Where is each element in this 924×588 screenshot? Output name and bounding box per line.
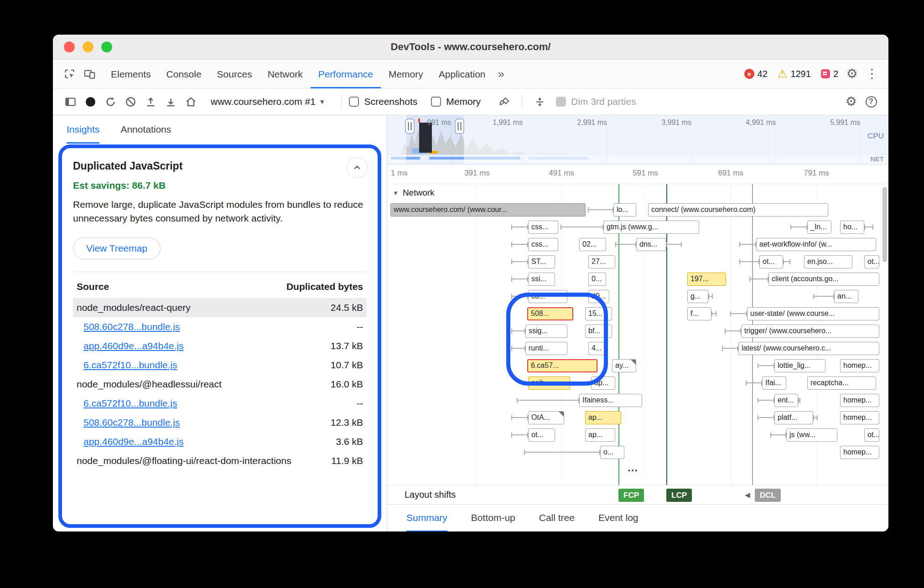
network-request-bar[interactable]: ap... bbox=[585, 411, 621, 424]
insight-table-row[interactable]: app.460d9e...a94b4e.js13.7 kB bbox=[73, 336, 367, 356]
network-request-bar[interactable]: 508... bbox=[527, 307, 573, 320]
network-request-bar[interactable]: ap... bbox=[591, 377, 615, 390]
dcl-marker-badge[interactable]: DCL bbox=[755, 489, 781, 502]
bottom-tab-summary[interactable]: Summary bbox=[406, 505, 447, 532]
timeline-overview[interactable]: 991 ms1,991 ms2,991 ms3,991 ms4,991 ms5,… bbox=[387, 115, 888, 165]
network-request-bar[interactable]: ot... bbox=[759, 255, 783, 268]
memory-checkbox[interactable]: Memory bbox=[431, 96, 481, 107]
network-request-bar[interactable]: ST... bbox=[528, 255, 555, 268]
bundle-link[interactable]: 508.60c278...bundle.js bbox=[83, 417, 180, 428]
help-icon[interactable]: ? bbox=[861, 92, 881, 112]
bottom-tab-event-log[interactable]: Event log bbox=[598, 505, 638, 532]
profile-selector[interactable]: www.coursehero.com #1 ▾ bbox=[211, 96, 324, 107]
network-request-bar[interactable]: en.jso... bbox=[804, 255, 852, 268]
network-request-bar[interactable]: css... bbox=[528, 221, 558, 234]
network-request-bar[interactable]: Ifai... bbox=[762, 377, 786, 390]
lcp-marker-badge[interactable]: LCP bbox=[666, 489, 692, 502]
warning-count-badge[interactable]: ⚠ 1291 bbox=[778, 68, 811, 79]
perf-settings-gear-icon[interactable]: ⚙ bbox=[841, 92, 861, 112]
bundle-link[interactable]: 6.ca572f10...bundle.js bbox=[83, 398, 177, 409]
network-request-bar[interactable]: ssib... bbox=[528, 377, 570, 390]
network-request-bar[interactable]: platf... bbox=[774, 411, 813, 424]
network-request-bar[interactable]: css... bbox=[528, 238, 558, 251]
toggle-sidebar-icon[interactable] bbox=[60, 92, 80, 112]
network-request-bar[interactable]: ay... bbox=[612, 359, 636, 372]
network-request-bar[interactable]: lottie_lig... bbox=[774, 359, 825, 372]
download-profile-icon[interactable] bbox=[161, 92, 181, 112]
clear-recording-icon[interactable] bbox=[120, 92, 140, 112]
dim-3rd-parties-checkbox-box[interactable] bbox=[556, 97, 566, 107]
network-request-bar[interactable]: ssig... bbox=[525, 325, 567, 338]
network-section-toggle[interactable]: ▼ Network bbox=[387, 184, 435, 201]
dim-3rd-parties-checkbox[interactable]: Dim 3rd parties bbox=[556, 96, 636, 107]
network-request-bar[interactable]: homep... bbox=[840, 359, 879, 372]
network-request-bar[interactable]: f... bbox=[687, 307, 711, 320]
record-button[interactable] bbox=[80, 92, 100, 112]
upload-profile-icon[interactable] bbox=[140, 92, 161, 112]
collapse-arrows-icon[interactable] bbox=[529, 92, 550, 112]
network-request-bar[interactable]: 4... bbox=[588, 342, 606, 355]
network-request-bar[interactable]: ot... bbox=[864, 428, 879, 442]
network-request-bar[interactable]: connect/ (www.coursehero.com) bbox=[648, 203, 828, 217]
tab-network[interactable]: Network bbox=[260, 60, 311, 88]
network-request-bar[interactable]: aet-workflow-info/ (w... bbox=[756, 238, 876, 251]
bundle-link[interactable]: 508.60c278...bundle.js bbox=[83, 321, 180, 332]
bottom-tab-call-tree[interactable]: Call tree bbox=[539, 505, 575, 532]
issues-count-badge[interactable]: 2 bbox=[821, 69, 838, 79]
network-request-bar[interactable]: www.coursehero.com/ (www.cour... bbox=[390, 203, 586, 217]
insight-table-row[interactable]: 508.60c278...bundle.js-- bbox=[73, 317, 367, 336]
network-request-bar[interactable]: lo... bbox=[613, 203, 636, 217]
network-request-bar[interactable]: ot... bbox=[528, 428, 555, 442]
tab-memory[interactable]: Memory bbox=[381, 60, 431, 88]
fcp-marker-badge[interactable]: FCP bbox=[618, 489, 644, 502]
home-icon[interactable] bbox=[181, 92, 201, 112]
network-request-bar[interactable]: an... bbox=[834, 290, 858, 303]
more-tabs-icon[interactable]: » bbox=[493, 67, 509, 81]
network-request-bar[interactable]: ap... bbox=[585, 428, 615, 442]
network-request-bar[interactable]: homep... bbox=[840, 446, 879, 459]
insight-table-row[interactable]: node_modules/@floating-ui/react-dom-inte… bbox=[73, 451, 367, 470]
network-request-bar[interactable]: 0... bbox=[588, 273, 606, 286]
tab-application[interactable]: Application bbox=[431, 60, 493, 88]
bundle-link[interactable]: app.460d9e...a94b4e.js bbox=[83, 436, 184, 447]
bundle-link[interactable]: app.460d9e...a94b4e.js bbox=[83, 340, 184, 351]
network-request-bar[interactable]: trigger/ (www.coursehero... bbox=[741, 325, 879, 338]
network-request-bar[interactable]: ssi... bbox=[528, 273, 555, 286]
tab-console[interactable]: Console bbox=[159, 60, 209, 88]
network-request-bar[interactable]: homep... bbox=[840, 411, 879, 424]
network-request-bar[interactable]: runti... bbox=[525, 342, 567, 355]
zoom-window-button[interactable] bbox=[101, 41, 112, 52]
network-request-bar[interactable]: 15... bbox=[585, 307, 612, 320]
settings-gear-icon[interactable]: ⚙ bbox=[842, 64, 862, 84]
network-request-bar[interactable]: 02... bbox=[579, 238, 606, 251]
insight-table-row[interactable]: app.460d9e...a94b4e.js3.6 kB bbox=[73, 432, 367, 451]
collect-garbage-brush-icon[interactable] bbox=[494, 92, 514, 112]
insight-table-row[interactable]: 508.60c278...bundle.js12.3 kB bbox=[73, 413, 367, 432]
reload-and-record-icon[interactable] bbox=[100, 92, 120, 112]
screenshots-checkbox[interactable]: Screenshots bbox=[349, 96, 417, 107]
screenshots-checkbox-box[interactable] bbox=[349, 97, 359, 107]
bundle-link[interactable]: 6.ca572f10...bundle.js bbox=[83, 360, 177, 371]
insight-table-row[interactable]: node_modules/react-query24.5 kB bbox=[73, 298, 367, 317]
network-request-bar[interactable]: OtA... bbox=[528, 411, 564, 424]
network-request-bar[interactable]: latest/ (www.coursehero.c... bbox=[738, 342, 879, 355]
network-request-bar[interactable]: _In... bbox=[807, 221, 831, 234]
more-options-kebab-icon[interactable]: ⋮ bbox=[862, 64, 882, 84]
network-request-bar[interactable]: Ifainess... bbox=[579, 394, 642, 407]
insight-table-row[interactable]: 6.ca572f10...bundle.js10.7 kB bbox=[73, 356, 367, 375]
tab-performance[interactable]: Performance bbox=[311, 60, 381, 88]
bottom-tab-bottom-up[interactable]: Bottom-up bbox=[471, 505, 515, 532]
network-request-bar[interactable]: 27... bbox=[588, 255, 615, 268]
memory-checkbox-box[interactable] bbox=[431, 97, 441, 107]
tab-elements[interactable]: Elements bbox=[103, 60, 159, 88]
network-request-bar[interactable]: g... bbox=[687, 290, 708, 303]
insight-table-row[interactable]: 6.ca572f10...bundle.js-- bbox=[73, 394, 367, 413]
network-request-bar[interactable]: gtm.js (www.g... bbox=[603, 221, 699, 234]
collapse-insight-button[interactable] bbox=[347, 157, 368, 178]
minimize-window-button[interactable] bbox=[83, 41, 93, 52]
inspect-element-icon[interactable] bbox=[59, 64, 79, 84]
network-request-bar[interactable]: ot... bbox=[864, 255, 879, 268]
network-request-bar[interactable]: client (accounts.go... bbox=[768, 273, 879, 286]
insights-tab-annotations[interactable]: Annotations bbox=[120, 115, 171, 144]
network-request-bar[interactable]: ent... bbox=[774, 394, 798, 407]
